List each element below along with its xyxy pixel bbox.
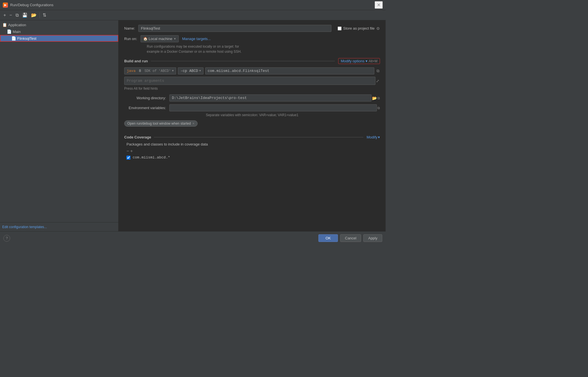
open-debug-tag-close-button[interactable]: × xyxy=(193,122,194,125)
coverage-section: Code Coverage Modify ▾ Packages and clas… xyxy=(124,135,380,160)
working-dir-copy-button[interactable]: ⧉ xyxy=(377,96,380,100)
left-panel: 📋 Application 📄 Main 📄 FlinksqlTest Edit… xyxy=(0,20,119,231)
modify-options-button[interactable]: Modify options ▾ Alt+M xyxy=(338,58,380,64)
coverage-remove-button[interactable]: − xyxy=(126,149,129,154)
program-args-input[interactable] xyxy=(124,77,375,85)
tree-item-main[interactable]: 📄 Main xyxy=(0,28,118,35)
press-alt-hint: Press Alt for field hints xyxy=(124,87,380,91)
env-vars-input[interactable] xyxy=(169,104,377,111)
sdk-version: 8 xyxy=(137,69,143,73)
sdk-dropdown[interactable]: java 8 SDK of 'ABCD' ▼ xyxy=(124,67,176,74)
build-run-inputs-row: java 8 SDK of 'ABCD' ▼ -cp ABCD ▼ ⧉ xyxy=(124,67,380,74)
name-field-label: Name: xyxy=(124,26,135,30)
open-debug-tag-container: Open run/debug tool window when started … xyxy=(124,120,380,131)
name-input[interactable] xyxy=(138,25,331,32)
save-config-button[interactable]: 💾 xyxy=(21,12,29,18)
app-icon: ▶ xyxy=(3,3,8,8)
toolbar-separator xyxy=(40,12,40,18)
open-debug-tag-label: Open run/debug tool window when started xyxy=(127,122,191,125)
add-config-button[interactable]: + xyxy=(2,12,7,18)
working-dir-label: Working directory: xyxy=(124,96,169,100)
flinksqltest-label: FlinksqlTest xyxy=(17,36,36,41)
run-on-dropdown-arrow: ▼ xyxy=(173,37,176,40)
cp-dropdown-arrow: ▼ xyxy=(199,69,201,72)
edit-templates-button[interactable]: Edit configuration templates... xyxy=(2,225,47,229)
flinksqltest-icon: 📄 xyxy=(11,36,16,41)
cp-dropdown[interactable]: -cp ABCD ▼ xyxy=(178,67,203,74)
application-icon: 📋 xyxy=(2,23,7,27)
run-hint-line2: example in a Docker Container or on a re… xyxy=(147,50,242,54)
cancel-button[interactable]: Cancel xyxy=(340,234,361,242)
run-hint-line1: Run configurations may be executed local… xyxy=(147,45,239,48)
run-on-dropdown[interactable]: 🏠 Local machine ▼ xyxy=(141,35,179,42)
main-class-expand-button[interactable]: ⧉ xyxy=(376,68,380,74)
title-bar: ▶ Run/Debug Configurations ✕ xyxy=(0,0,386,10)
coverage-header: Code Coverage Modify ▾ xyxy=(124,135,380,139)
java-keyword: java xyxy=(127,69,135,73)
run-on-label: Run on: xyxy=(124,37,137,41)
apply-button[interactable]: Apply xyxy=(363,234,382,242)
toolbar: + − ⧉ 💾 📂 ⇅ xyxy=(0,10,386,20)
local-machine-label: Local machine xyxy=(149,37,172,41)
tree-item-application[interactable]: 📋 Application xyxy=(0,21,118,28)
sort-config-button[interactable]: ⇅ xyxy=(41,12,47,18)
open-debug-tag: Open run/debug tool window when started … xyxy=(124,120,198,127)
section-action: Modify options ▾ Alt+M xyxy=(338,58,380,64)
ok-button[interactable]: OK xyxy=(318,234,338,242)
coverage-item-label: com.miismi.abcd.* xyxy=(133,155,170,160)
working-dir-row: Working directory: 📂 ⧉ xyxy=(124,94,380,102)
main-label: Main xyxy=(13,30,21,34)
remove-config-button[interactable]: − xyxy=(8,12,13,18)
sdk-of-label: SDK of 'ABCD' xyxy=(145,69,171,73)
env-hint: Separate variables with semicolon: VAR=v… xyxy=(124,113,380,117)
build-run-title: Build and run xyxy=(124,59,148,63)
env-vars-label: Environment variables: xyxy=(124,106,169,110)
store-as-project-checkbox[interactable] xyxy=(338,27,342,30)
window-title: Run/Debug Configurations xyxy=(10,3,53,7)
main-class-input[interactable] xyxy=(205,67,374,74)
working-dir-input[interactable] xyxy=(169,94,371,102)
coverage-modify-label: Modify xyxy=(367,135,377,139)
run-hint: Run configurations may be executed local… xyxy=(147,44,380,54)
copy-config-button[interactable]: ⧉ xyxy=(14,12,20,18)
header-right: Store as project file ⚙ xyxy=(335,26,380,31)
env-vars-copy-button[interactable]: ⧉ xyxy=(377,106,380,110)
title-bar-left: ▶ Run/Debug Configurations xyxy=(3,3,53,8)
main-icon: 📄 xyxy=(7,29,12,34)
program-args-row: ⤢ xyxy=(124,77,380,85)
packages-label: Packages and classes to include in cover… xyxy=(126,142,380,146)
right-panel: Name: Store as project file ⚙ Run on: 🏠 … xyxy=(119,20,386,231)
name-row: Name: Store as project file ⚙ xyxy=(124,25,380,32)
coverage-chevron-icon: ▾ xyxy=(378,135,380,139)
application-label: Application xyxy=(8,23,26,27)
chevron-down-icon: ▾ xyxy=(366,59,368,63)
config-tree: 📋 Application 📄 Main 📄 FlinksqlTest xyxy=(0,20,118,222)
coverage-title: Code Coverage xyxy=(124,135,151,139)
coverage-add-button[interactable]: + xyxy=(130,149,133,154)
modify-options-shortcut: Alt+M xyxy=(369,59,377,63)
modify-options-label: Modify options xyxy=(341,59,364,63)
working-dir-folder-button[interactable]: 📂 xyxy=(372,96,377,100)
coverage-item-checkbox[interactable] xyxy=(126,156,130,160)
open-config-button[interactable]: 📂 xyxy=(30,12,38,18)
close-button[interactable]: ✕ xyxy=(375,1,383,9)
env-vars-row: Environment variables: ⧉ xyxy=(124,104,380,111)
bottom-bar: ? OK Cancel Apply xyxy=(0,231,386,245)
store-gear-button[interactable]: ⚙ xyxy=(376,26,380,31)
tree-item-flinksqltest[interactable]: 📄 FlinksqlTest xyxy=(0,35,118,42)
store-as-project-label: Store as project file xyxy=(343,26,375,30)
store-as-project-row: Store as project file ⚙ xyxy=(338,26,380,31)
house-icon: 🏠 xyxy=(143,37,148,41)
left-panel-bottom: Edit configuration templates... xyxy=(0,222,118,231)
section-line xyxy=(151,61,335,61)
action-buttons: OK Cancel Apply xyxy=(318,234,382,242)
program-args-expand-button[interactable]: ⤢ xyxy=(375,78,380,84)
coverage-toolbar: − + xyxy=(126,149,380,154)
manage-targets-button[interactable]: Manage targets... xyxy=(182,37,211,41)
cp-label: -cp ABCD xyxy=(180,69,198,73)
coverage-line xyxy=(154,137,363,137)
coverage-modify-button[interactable]: Modify ▾ xyxy=(367,135,380,139)
main-layout: 📋 Application 📄 Main 📄 FlinksqlTest Edit… xyxy=(0,20,386,231)
sdk-dropdown-arrow: ▼ xyxy=(172,69,174,72)
help-button[interactable]: ? xyxy=(3,235,10,242)
